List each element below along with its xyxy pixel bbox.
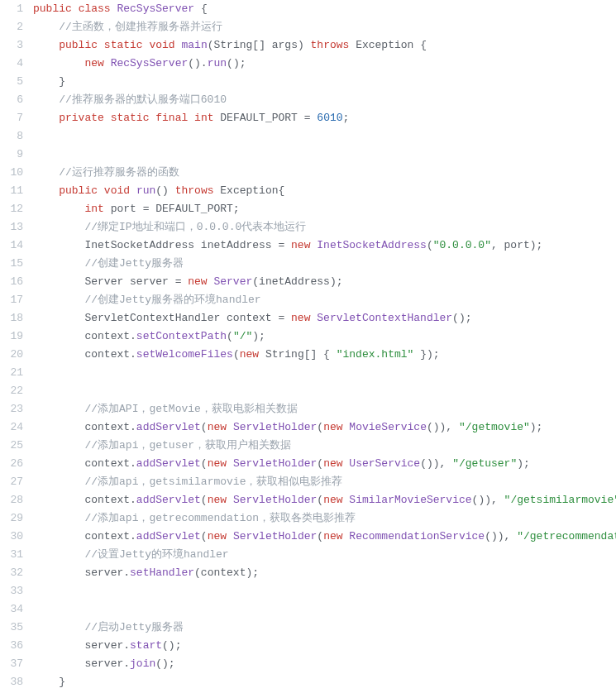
code-content: //添加api，getsimilarmovie，获取相似电影推荐 (33, 473, 342, 491)
token-fn: InetSocketAddress (317, 239, 427, 251)
code-line: 13 //绑定IP地址和端口，0.0.0.0代表本地运行 (0, 218, 616, 237)
code-line: 18 ServletContextHandler context = new S… (0, 309, 616, 327)
token-punct: ()), (485, 530, 517, 542)
code-line: 27 //添加api，getsimilarmovie，获取相似电影推荐 (0, 473, 616, 491)
line-number: 28 (0, 491, 33, 509)
line-number: 5 (0, 73, 33, 91)
token-kw: new (84, 57, 103, 69)
line-number: 8 (0, 127, 33, 146)
line-number: 13 (0, 218, 33, 237)
token-cm: //设置Jetty的环境handler (84, 548, 228, 561)
token-punct (227, 457, 233, 470)
token-fn: run (136, 184, 155, 197)
line-number: 1 (0, 0, 33, 18)
token-punct: ( (317, 421, 323, 433)
token-punct: ); (530, 421, 543, 433)
token-kw: new (208, 494, 227, 506)
token-kw: static (104, 39, 143, 51)
line-number: 11 (0, 182, 33, 200)
line-number: 16 (0, 273, 33, 291)
line-number: 4 (0, 55, 33, 73)
token-kw: int (194, 112, 213, 124)
code-line: 17 //创建Jetty服务器的环境handler (0, 291, 616, 309)
line-number: 35 (0, 619, 33, 637)
token-punct: () (155, 184, 174, 197)
code-line: 3 public static void main(String[] args)… (0, 36, 616, 55)
token-punct (188, 112, 194, 124)
token-punct: String[] { (259, 348, 337, 361)
token-punct (72, 2, 79, 15)
token-punct: ( (317, 457, 323, 470)
token-str: "/getsimilarmovie" (504, 494, 616, 506)
code-content: public class RecSysServer { (33, 0, 208, 18)
token-punct: DEFAULT_PORT = (214, 112, 318, 124)
token-punct: (). (188, 57, 207, 69)
token-punct: ()), (420, 457, 452, 470)
code-content: //主函数，创建推荐服务器并运行 (33, 18, 222, 36)
code-content: context.addServlet(new ServletHolder(new… (33, 418, 542, 437)
token-punct: (); (452, 312, 471, 324)
code-content: InetSocketAddress inetAddress = new Inet… (33, 237, 542, 255)
code-content (33, 382, 40, 400)
code-line: 31 //设置Jetty的环境handler (0, 546, 616, 564)
token-kw: new (323, 457, 342, 470)
token-fn: MovieService (349, 421, 427, 433)
token-kw: new (208, 530, 227, 542)
token-punct: ( (233, 348, 240, 361)
code-line: 24 context.addServlet(new ServletHolder(… (0, 418, 616, 437)
code-content: context.addServlet(new ServletHolder(new… (33, 455, 530, 473)
token-kw: final (155, 112, 188, 124)
code-content: server.start(); (33, 637, 181, 655)
code-content: ServletContextHandler context = new Serv… (33, 309, 472, 327)
token-punct: } (59, 676, 65, 688)
token-punct: context. (84, 348, 136, 361)
code-content: //添加api，getrecommendation，获取各类电影推荐 (33, 509, 356, 528)
line-number: 30 (0, 528, 33, 546)
code-content: //设置Jetty的环境handler (33, 546, 229, 564)
token-punct: , port); (491, 239, 542, 251)
line-number: 36 (0, 637, 33, 655)
line-number: 33 (0, 582, 33, 600)
token-fn: SimilarMovieService (349, 494, 471, 506)
code-line: 25 //添加api，getuser，获取用户相关数据 (0, 437, 616, 455)
line-number: 31 (0, 546, 33, 564)
code-content: //添加API，getMovie，获取电影相关数据 (33, 400, 298, 418)
line-number: 38 (0, 673, 33, 691)
token-num: 6010 (317, 112, 342, 124)
token-fn: RecSysServer (111, 57, 189, 69)
code-content: //启动Jetty服务器 (33, 619, 184, 637)
token-punct: ; (343, 112, 350, 124)
token-fn: main (182, 39, 208, 51)
line-number: 2 (0, 18, 33, 36)
code-content: context.addServlet(new ServletHolder(new… (33, 491, 616, 509)
token-punct (227, 421, 233, 433)
token-kw: new (208, 421, 227, 433)
token-fn: addServlet (136, 457, 201, 470)
code-line: 15 //创建Jetty服务器 (0, 255, 616, 273)
token-cm: //启动Jetty服务器 (84, 621, 184, 633)
token-cm: //运行推荐服务器的函数 (59, 166, 179, 179)
token-punct (130, 184, 136, 197)
code-content: //绑定IP地址和端口，0.0.0.0代表本地运行 (33, 218, 306, 237)
token-punct: (String[] args) (208, 39, 311, 51)
token-punct (98, 184, 104, 197)
token-fn: UserService (349, 457, 420, 470)
code-line: 37 server.join(); (0, 655, 616, 673)
token-punct: (); (227, 57, 246, 69)
token-kw: new (208, 457, 227, 470)
token-kw: void (104, 184, 130, 197)
token-punct: (inetAddress); (252, 275, 342, 288)
token-kw: new (188, 275, 207, 288)
code-line: 1public class RecSysServer { (0, 0, 616, 18)
code-content: context.setContextPath("/"); (33, 327, 265, 346)
code-content (33, 600, 40, 619)
token-fn: ServletHolder (233, 457, 317, 470)
token-cm: //添加api，getuser，获取用户相关数据 (84, 439, 291, 452)
token-str: "0.0.0.0" (433, 239, 491, 251)
code-content: //创建Jetty服务器 (33, 255, 184, 273)
code-line: 16 Server server = new Server(inetAddres… (0, 273, 616, 291)
line-number: 24 (0, 418, 33, 437)
token-punct: ServletContextHandler context = (84, 312, 291, 324)
token-punct: server. (84, 566, 130, 579)
code-content: //添加api，getuser，获取用户相关数据 (33, 437, 291, 455)
